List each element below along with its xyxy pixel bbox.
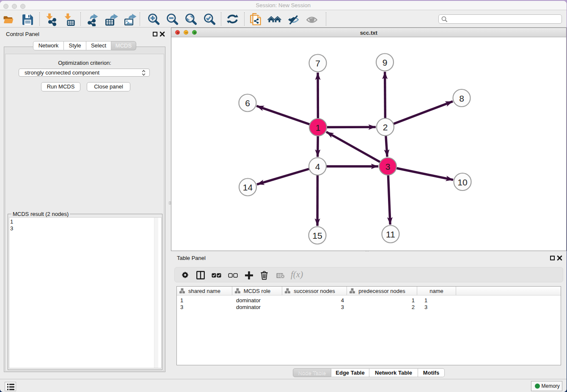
svg-text:8: 8	[459, 94, 464, 103]
svg-text:14: 14	[243, 182, 253, 192]
svg-text:9: 9	[383, 58, 388, 67]
svg-text:15: 15	[312, 231, 322, 240]
svg-text:10: 10	[457, 177, 467, 187]
svg-text:11: 11	[386, 229, 395, 239]
svg-text:7: 7	[315, 58, 320, 68]
svg-text:4: 4	[315, 162, 320, 171]
svg-text:3: 3	[385, 162, 391, 171]
svg-text:1: 1	[316, 123, 321, 133]
svg-text:6: 6	[245, 98, 250, 108]
svg-text:2: 2	[383, 122, 388, 132]
